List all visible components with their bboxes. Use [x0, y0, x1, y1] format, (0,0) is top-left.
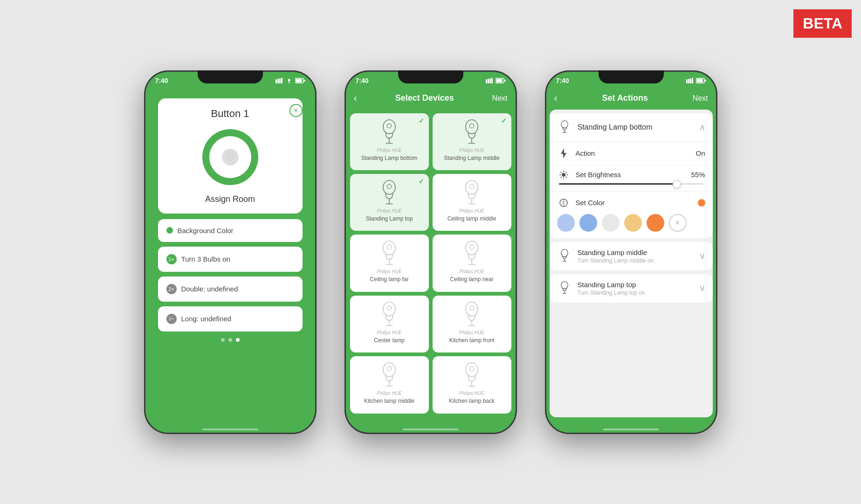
dot-2[interactable]	[228, 338, 232, 342]
background-color-card[interactable]: Background Color	[158, 219, 303, 242]
swatch-orange[interactable]	[647, 214, 664, 232]
phone3-notch	[599, 70, 664, 83]
swatch-warm-yellow[interactable]	[624, 214, 642, 232]
button-icon	[222, 149, 239, 166]
device-card-ceiling-lamp-middle[interactable]: Philips HUE Ceiling lamp middle	[433, 174, 511, 231]
svg-rect-62	[696, 79, 703, 82]
svg-point-32	[469, 184, 474, 188]
standing-lamp-top-subtitle: Turn Standing Lamp top on	[578, 290, 694, 296]
svg-point-45	[466, 302, 478, 316]
svg-point-41	[383, 302, 395, 316]
device-card-kitchen-lamp-front[interactable]: Philips HUE Kitchen lamp front	[433, 296, 511, 352]
standing-lamp-middle-subtitle: Turn Standing Lamp middle on	[578, 257, 694, 264]
svg-rect-57	[686, 79, 688, 83]
lamp-icon	[377, 240, 401, 267]
phone2-nav: ‹ Select Devices Next	[344, 87, 517, 110]
color-row: Set Color ×	[550, 192, 713, 238]
brightness-thumb[interactable]	[673, 180, 681, 188]
phone3-back-button[interactable]: ‹	[554, 92, 558, 104]
svg-rect-10	[486, 79, 487, 83]
phone2-title: Select Devices	[395, 93, 454, 103]
lamp-icon	[460, 180, 484, 207]
brightness-icon	[557, 170, 570, 180]
svg-line-75	[560, 177, 561, 178]
device-card-ceiling-lamp-near[interactable]: Philips HUE Ceiling lamp near	[433, 235, 511, 291]
device-card-kitchen-lamp-middle[interactable]: Philips HUE Kitchen lamp middle	[350, 356, 429, 413]
phone1-notch	[198, 70, 263, 83]
assign-room-text[interactable]: Assign Room	[205, 194, 255, 204]
device-name: Standing Lamp bottom	[361, 155, 418, 161]
device-card-center-lamp[interactable]: Philips HUE Center lamp	[350, 296, 429, 352]
background-color-label: Background Color	[178, 227, 234, 235]
close-icon: ×	[294, 106, 298, 115]
device-name: Kitchen lamp middle	[364, 398, 414, 404]
device-brand: Philips HUE	[459, 208, 484, 214]
double-press-badge: 2×	[166, 284, 177, 294]
selected-color-dot	[698, 199, 705, 207]
button1-card: Button 1 Assign Room	[158, 98, 303, 214]
svg-rect-60	[692, 78, 693, 83]
svg-point-33	[383, 241, 395, 255]
device-name: Ceiling lamp middle	[448, 215, 496, 222]
svg-rect-1	[277, 79, 279, 83]
device-card-kitchen-lamp-back[interactable]: Philips HUE Kitchen lamp back	[433, 356, 511, 413]
phone3-next-button[interactable]: Next	[693, 94, 708, 103]
svg-point-24	[469, 124, 474, 128]
swatch-white[interactable]	[602, 214, 620, 232]
swatch-clear[interactable]: ×	[669, 214, 687, 232]
svg-rect-63	[705, 80, 706, 82]
long-press-card[interactable]: 2+ Long: undefined	[158, 306, 303, 331]
button-circle-inner	[209, 136, 251, 178]
close-button[interactable]: ×	[289, 104, 303, 117]
standing-lamp-top-title: Standing Lamp top	[578, 281, 694, 289]
phone3-status-icons	[686, 78, 706, 83]
dot-3[interactable]	[236, 338, 240, 342]
brightness-slider[interactable]	[559, 183, 703, 185]
lamp-icon	[460, 362, 484, 389]
long-press-label: Long: undefined	[181, 315, 232, 323]
svg-point-44	[387, 306, 391, 310]
swatch-blue[interactable]	[579, 214, 597, 232]
svg-rect-16	[504, 80, 506, 82]
phone-3: 7:40 ‹ Set Actions Next	[545, 70, 717, 434]
svg-point-37	[466, 241, 478, 255]
device-card-standing-lamp-top[interactable]: ✓ Philips HUE Standing Lamp top	[350, 174, 429, 231]
svg-point-17	[383, 119, 395, 133]
check-icon: ✓	[419, 178, 424, 185]
lamp-icon	[460, 119, 484, 146]
brightness-value: 55%	[691, 171, 705, 179]
single-press-card[interactable]: 1× Turn 3 Bulbs on	[158, 247, 303, 272]
swatch-light-blue[interactable]	[557, 214, 575, 232]
home-indicator	[603, 428, 659, 430]
svg-line-72	[560, 172, 561, 173]
double-press-card[interactable]: 2× Double: undefined	[158, 276, 303, 302]
color-label: Set Color	[576, 199, 692, 207]
dot-1[interactable]	[221, 338, 225, 342]
button1-title: Button 1	[211, 108, 249, 120]
device-brand: Philips HUE	[377, 208, 401, 214]
phone2-back-button[interactable]: ‹	[354, 92, 357, 104]
standing-lamp-bottom-header[interactable]: Standing Lamp bottom ∧	[550, 113, 713, 142]
device-card-standing-lamp-middle[interactable]: ✓ Philips HUE Standing Lamp middle	[433, 113, 511, 170]
lamp-icon	[460, 240, 484, 267]
svg-rect-11	[488, 79, 489, 83]
long-press-badge: 2+	[166, 314, 177, 324]
phone-2: 7:40 ‹ Select Devices Next ✓	[344, 70, 517, 434]
phone3-screen: 7:40 ‹ Set Actions Next	[545, 70, 717, 434]
device-name: Ceiling lamp near	[450, 276, 493, 283]
device-card-standing-lamp-bottom[interactable]: ✓ Philips HUE Standing Lamp bottom	[350, 113, 429, 170]
phone3-title: Set Actions	[602, 93, 648, 103]
double-press-label: Double: undefined	[181, 285, 238, 293]
standing-lamp-middle-section[interactable]: Standing Lamp middle Turn Standing Lamp …	[550, 242, 713, 270]
device-name: Kitchen lamp front	[449, 337, 495, 344]
svg-point-9	[229, 156, 231, 158]
device-brand: Philips HUE	[377, 148, 401, 153]
button-circle-outer[interactable]	[202, 129, 258, 185]
color-icon	[557, 198, 570, 207]
svg-point-28	[387, 184, 391, 188]
standing-lamp-top-section[interactable]: Standing Lamp top Turn Standing Lamp top…	[550, 274, 713, 303]
brightness-header: Set Brightness 55%	[557, 170, 705, 180]
phone2-next-button[interactable]: Next	[492, 94, 508, 103]
phone3-content: Standing Lamp bottom ∧ Action On	[550, 110, 713, 417]
device-card-ceiling-lamp-far[interactable]: Philips HUE Ceiling lamp far	[350, 235, 429, 291]
